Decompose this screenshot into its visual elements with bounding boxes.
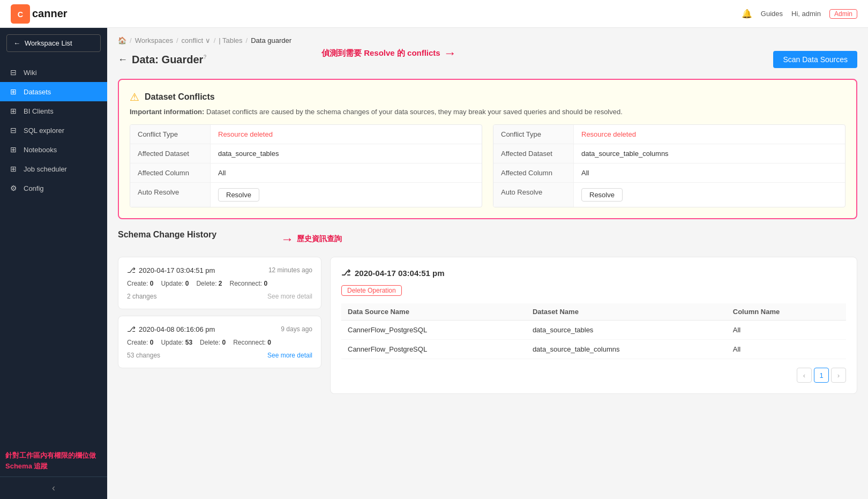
col-header-column: Column Name [727, 303, 846, 321]
hi-label: Hi, admin [791, 10, 821, 18]
conflict-value-auto-resolve-right: Resolve [574, 183, 845, 207]
schema-layout: ⎇ 2020-04-17 03:04:51 pm 12 minutes ago … [118, 257, 857, 394]
detail-git-icon: ⎇ [341, 268, 350, 278]
stat-reconnect: Reconnect: 0 [229, 280, 267, 287]
logo-text: canner [32, 8, 68, 20]
sidebar-item-label: Datasets [24, 88, 51, 96]
sidebar-item-label: BI Clients [24, 107, 54, 115]
conflict-label: Auto Resolve [130, 183, 211, 207]
conflict-label: Conflict Type [493, 125, 574, 144]
main-layout: ← Workspace List ⊟ Wiki ⊞ Datasets ⊞ BI … [0, 28, 868, 499]
sidebar-item-bi-clients[interactable]: ⊞ BI Clients [0, 101, 107, 121]
stat-reconnect: Reconnect: 0 [233, 339, 271, 346]
resolve-button-left[interactable]: Resolve [218, 188, 259, 202]
history-item-2[interactable]: ⎇ 2020-04-08 06:16:06 pm 9 days ago Crea… [118, 316, 321, 368]
help-icon[interactable]: ? [203, 54, 206, 60]
history-footer-2: 53 changes See more detail [127, 352, 312, 359]
home-icon[interactable]: 🏠 [118, 36, 126, 44]
conflicts-description: Important information: Dataset conflicts… [130, 108, 845, 116]
page-1-button[interactable]: 1 [814, 368, 829, 383]
conflicts-title: Dataset Conflicts [145, 92, 215, 102]
admin-badge: Admin [829, 9, 857, 19]
col-header-datasource: Data Source Name [341, 303, 526, 321]
conflict-value-auto-resolve-left: Resolve [211, 183, 482, 207]
conflicts-header: ⚠ Dataset Conflicts [130, 91, 845, 103]
workspace-list-button[interactable]: ← Workspace List [6, 34, 101, 52]
back-button[interactable]: ← [118, 54, 128, 65]
conflict-table-left: Conflict Type Resource deleted Affected … [130, 124, 482, 207]
conflicts-tables: Conflict Type Resource deleted Affected … [130, 124, 845, 207]
history-ago-1: 12 minutes ago [268, 266, 312, 274]
history-stats-2: Create: 0 Update: 53 Delete: 0 Reconnect… [127, 339, 312, 346]
sidebar-item-wiki[interactable]: ⊟ Wiki [0, 63, 107, 82]
conflict-row: Affected Column All [493, 163, 845, 183]
sidebar-nav: ⊟ Wiki ⊞ Datasets ⊞ BI Clients ⊟ SQL exp… [0, 58, 107, 450]
changes-count-1: 2 changes [127, 293, 156, 300]
history-stats-1: Create: 0 Update: 0 Delete: 2 Reconnect:… [127, 280, 312, 287]
topbar: C canner 🔔 Guides Hi, admin Admin [0, 0, 868, 28]
sidebar-item-config[interactable]: ⚙ Config [0, 178, 107, 198]
bi-clients-icon: ⊞ [9, 107, 18, 115]
sidebar-item-datasets[interactable]: ⊞ Datasets [0, 82, 107, 101]
changes-count-2: 53 changes [127, 352, 160, 359]
content-area: 🏠 / Workspaces / conflict ∨ / | Tables /… [107, 28, 868, 499]
page-header: ← Data: Guarder? Scan Data Sources [118, 51, 857, 68]
notification-icon[interactable]: 🔔 [742, 9, 752, 19]
next-page-button[interactable]: › [831, 368, 846, 383]
conflicts-card: ⚠ Dataset Conflicts Important informatio… [118, 79, 857, 219]
sidebar: ← Workspace List ⊟ Wiki ⊞ Datasets ⊞ BI … [0, 28, 107, 499]
schema-section: Schema Change History → 歷史資訊查詢 ⎇ 2020-04… [118, 230, 857, 394]
stat-delete: Delete: 2 [196, 280, 222, 287]
warning-icon: ⚠ [130, 91, 139, 103]
guides-link[interactable]: Guides [761, 10, 783, 18]
cell-dataset-1: data_source_tables [526, 321, 727, 340]
conflict-value-affected-column-right: All [574, 163, 845, 182]
sidebar-item-label: Notebooks [24, 146, 57, 154]
col-header-dataset: Dataset Name [526, 303, 727, 321]
conflict-label: Affected Dataset [493, 144, 574, 163]
see-more-button-1[interactable]: See more detail [267, 293, 312, 300]
cell-column-2: All [727, 340, 846, 359]
page-title-area: ← Data: Guarder? [118, 54, 207, 66]
detail-datetime: 2020-04-17 03:04:51 pm [355, 269, 445, 278]
history-item-header: ⎇ 2020-04-17 03:04:51 pm 12 minutes ago [127, 266, 312, 274]
breadcrumb-conflict[interactable]: conflict ∨ [182, 36, 211, 44]
datasets-icon: ⊞ [9, 87, 18, 96]
delete-operation-badge: Delete Operation [341, 285, 402, 296]
sidebar-item-notebooks[interactable]: ⊞ Notebooks [0, 140, 107, 159]
conflict-value-affected-column-left: All [211, 163, 482, 182]
sidebar-item-label: Wiki [24, 69, 37, 77]
conflict-value-conflict-type-right: Resource deleted [574, 125, 845, 144]
history-item-header: ⎇ 2020-04-08 06:16:06 pm 9 days ago [127, 325, 312, 333]
history-ago-2: 9 days ago [281, 325, 312, 333]
topbar-right: 🔔 Guides Hi, admin Admin [742, 9, 857, 19]
breadcrumb-workspaces[interactable]: Workspaces [135, 36, 173, 44]
schema-detail-panel: ⎇ 2020-04-17 03:04:51 pm Delete Operatio… [330, 257, 857, 394]
cell-datasource-1: CannerFlow_PostgreSQL [341, 321, 526, 340]
resolve-button-right[interactable]: Resolve [581, 188, 623, 202]
conflict-table-right: Conflict Type Resource deleted Affected … [493, 124, 845, 207]
history-footer-1: 2 changes See more detail [127, 293, 312, 300]
prev-page-button[interactable]: ‹ [797, 368, 812, 383]
conflict-label: Affected Column [493, 163, 574, 182]
wiki-icon: ⊟ [9, 68, 18, 77]
notebooks-icon: ⊞ [9, 145, 18, 154]
sidebar-collapse-button[interactable]: ‹ [0, 476, 107, 499]
conflict-row: Affected Dataset data_source_tables [130, 144, 482, 163]
back-arrow-icon: ← [13, 39, 20, 47]
see-more-button-2[interactable]: See more detail [267, 352, 312, 359]
history-item-1[interactable]: ⎇ 2020-04-17 03:04:51 pm 12 minutes ago … [118, 257, 321, 309]
conflict-value-conflict-type-left: Resource deleted [211, 125, 482, 144]
stat-update: Update: 53 [161, 339, 192, 346]
sidebar-item-sql-explorer[interactable]: ⊟ SQL explorer [0, 121, 107, 140]
history-datetime-1: ⎇ 2020-04-17 03:04:51 pm [127, 266, 215, 274]
conflict-row: Auto Resolve Resolve [493, 183, 845, 207]
sql-explorer-icon: ⊟ [9, 126, 18, 135]
cell-dataset-2: data_source_table_columns [526, 340, 727, 359]
config-icon: ⚙ [9, 184, 18, 192]
cell-column-1: All [727, 321, 846, 340]
breadcrumb-tables[interactable]: | Tables [219, 36, 242, 44]
sidebar-item-job-scheduler[interactable]: ⊞ Job scheduler [0, 159, 107, 178]
scan-data-sources-button[interactable]: Scan Data Sources [773, 51, 857, 68]
history-datetime-2: ⎇ 2020-04-08 06:16:06 pm [127, 325, 215, 333]
